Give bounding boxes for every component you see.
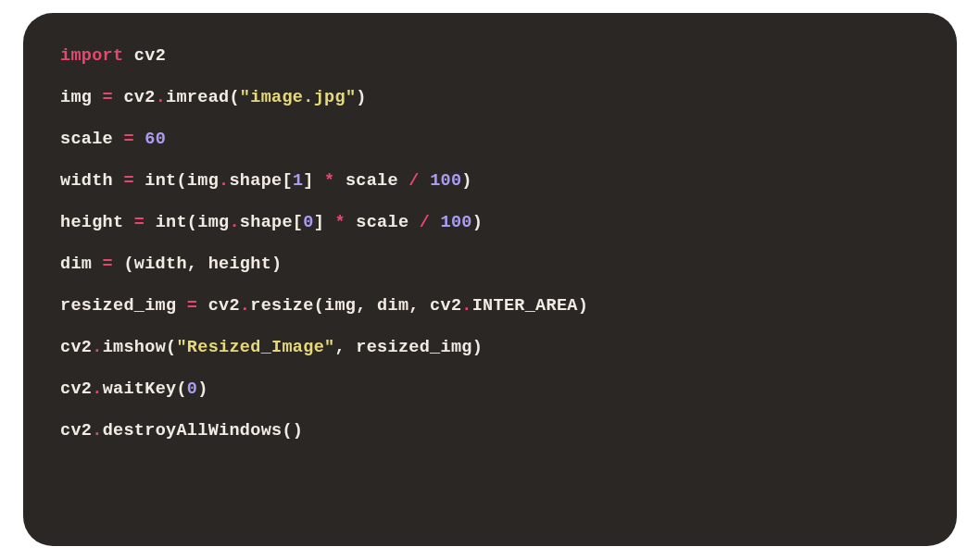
token: img bbox=[60, 88, 103, 107]
code-line: import cv2 bbox=[60, 46, 920, 66]
token: ) bbox=[197, 379, 207, 399]
operator: = bbox=[134, 213, 144, 232]
code-line: cv2.destroyAllWindows() bbox=[60, 421, 920, 441]
token: ) bbox=[356, 88, 366, 107]
token bbox=[420, 171, 430, 191]
operator: / bbox=[408, 171, 419, 191]
token: shape[ bbox=[229, 171, 292, 191]
number: 100 bbox=[430, 171, 461, 191]
code-line: cv2.imshow("Resized_Image", resized_img) bbox=[60, 338, 920, 357]
token: imread( bbox=[166, 88, 240, 107]
string: "Resized_Image" bbox=[176, 338, 334, 357]
operator: * bbox=[335, 213, 346, 232]
token: ) bbox=[472, 213, 483, 232]
token: cv2 bbox=[197, 296, 240, 316]
token: INTER_AREA) bbox=[472, 296, 588, 316]
number: 0 bbox=[187, 379, 197, 399]
token: resized_img bbox=[60, 296, 187, 316]
operator: = bbox=[123, 130, 133, 149]
token: (width, height) bbox=[113, 255, 282, 274]
string: "image.jpg" bbox=[240, 88, 356, 107]
token: cv2 bbox=[60, 379, 92, 399]
operator: . bbox=[92, 379, 102, 399]
token: ] bbox=[314, 213, 335, 232]
code-block: import cv2 img = cv2.imread("image.jpg")… bbox=[23, 13, 957, 546]
token: waitKey( bbox=[103, 379, 187, 399]
token: int(img bbox=[144, 213, 229, 232]
token bbox=[430, 213, 440, 232]
token: shape[ bbox=[240, 213, 303, 232]
operator: . bbox=[92, 421, 102, 441]
operator: . bbox=[240, 296, 250, 316]
token: destroyAllWindows() bbox=[103, 421, 304, 441]
token: cv2 bbox=[123, 46, 166, 66]
operator: . bbox=[92, 338, 102, 357]
token: int(img bbox=[134, 171, 219, 191]
number: 1 bbox=[293, 171, 303, 191]
operator: = bbox=[103, 88, 113, 107]
token: scale bbox=[60, 130, 123, 149]
operator: = bbox=[123, 171, 133, 191]
number: 60 bbox=[144, 130, 166, 149]
token: dim bbox=[60, 255, 103, 274]
token: scale bbox=[335, 171, 409, 191]
token: ) bbox=[461, 171, 471, 191]
token: cv2 bbox=[113, 88, 156, 107]
operator: . bbox=[219, 171, 229, 191]
token: , resized_img) bbox=[334, 338, 483, 357]
code-line: height = int(img.shape[0] * scale / 100) bbox=[60, 213, 920, 232]
code-line: cv2.waitKey(0) bbox=[60, 379, 920, 399]
operator: = bbox=[103, 255, 113, 274]
operator: . bbox=[461, 296, 471, 316]
operator: * bbox=[324, 171, 334, 191]
keyword-import: import bbox=[60, 46, 123, 66]
token: scale bbox=[346, 213, 420, 232]
code-line: resized_img = cv2.resize(img, dim, cv2.I… bbox=[60, 296, 920, 316]
code-line: img = cv2.imread("image.jpg") bbox=[60, 88, 920, 107]
token: width bbox=[60, 171, 123, 191]
operator: . bbox=[156, 88, 166, 107]
operator: = bbox=[187, 296, 197, 316]
token: cv2 bbox=[60, 421, 92, 441]
token bbox=[134, 130, 144, 149]
token: height bbox=[60, 213, 134, 232]
token: ] bbox=[303, 171, 324, 191]
token: imshow( bbox=[103, 338, 177, 357]
token: resize(img, dim, cv2 bbox=[250, 296, 461, 316]
number: 0 bbox=[303, 213, 313, 232]
token: cv2 bbox=[60, 338, 92, 357]
code-line: width = int(img.shape[1] * scale / 100) bbox=[60, 171, 920, 191]
code-line: dim = (width, height) bbox=[60, 255, 920, 274]
operator: / bbox=[420, 213, 430, 232]
operator: . bbox=[229, 213, 239, 232]
code-line: scale = 60 bbox=[60, 130, 920, 149]
number: 100 bbox=[441, 213, 472, 232]
